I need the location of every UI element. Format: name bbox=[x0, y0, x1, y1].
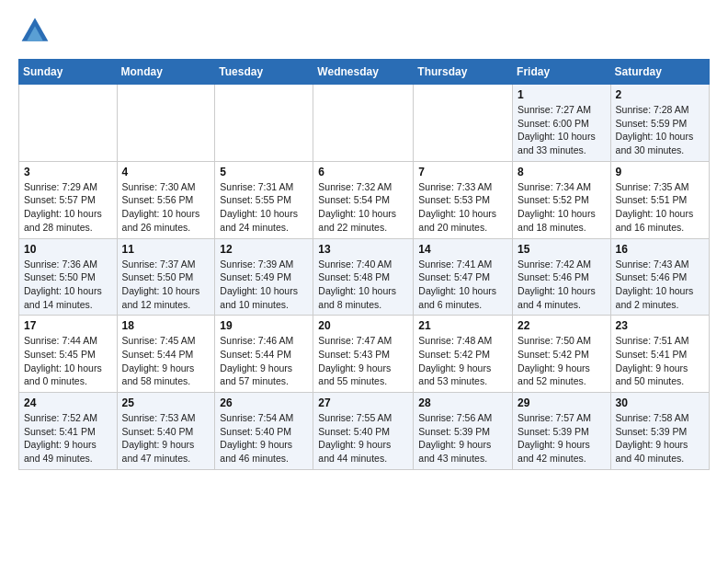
calendar-cell: 6Sunrise: 7:32 AMSunset: 5:54 PMDaylight… bbox=[313, 161, 414, 238]
day-number: 7 bbox=[418, 166, 507, 178]
day-info: Sunrise: 7:46 AMSunset: 5:44 PMDaylight:… bbox=[220, 334, 308, 388]
day-number: 5 bbox=[220, 166, 308, 178]
weekday-tuesday: Tuesday bbox=[215, 60, 313, 85]
calendar-cell bbox=[313, 85, 414, 162]
day-number: 11 bbox=[122, 243, 210, 256]
calendar-cell: 29Sunrise: 7:57 AMSunset: 5:39 PMDayligh… bbox=[513, 393, 611, 470]
calendar-cell bbox=[215, 85, 313, 162]
day-info: Sunrise: 7:40 AMSunset: 5:48 PMDaylight:… bbox=[318, 258, 408, 312]
calendar-cell: 28Sunrise: 7:56 AMSunset: 5:39 PMDayligh… bbox=[414, 393, 513, 470]
day-info: Sunrise: 7:39 AMSunset: 5:49 PMDaylight:… bbox=[220, 258, 308, 312]
calendar-cell: 8Sunrise: 7:34 AMSunset: 5:52 PMDaylight… bbox=[513, 161, 611, 238]
header bbox=[18, 15, 710, 48]
day-info: Sunrise: 7:32 AMSunset: 5:54 PMDaylight:… bbox=[318, 180, 408, 235]
day-info: Sunrise: 7:56 AMSunset: 5:39 PMDaylight:… bbox=[418, 411, 507, 465]
day-info: Sunrise: 7:35 AMSunset: 5:51 PMDaylight:… bbox=[616, 180, 704, 235]
logo-icon bbox=[18, 15, 51, 48]
weekday-monday: Monday bbox=[117, 60, 215, 85]
calendar-cell: 19Sunrise: 7:46 AMSunset: 5:44 PMDayligh… bbox=[215, 316, 313, 393]
day-number: 22 bbox=[518, 319, 606, 332]
day-info: Sunrise: 7:27 AMSunset: 6:00 PMDaylight:… bbox=[518, 103, 606, 157]
day-info: Sunrise: 7:52 AMSunset: 5:41 PMDaylight:… bbox=[24, 411, 112, 465]
weekday-thursday: Thursday bbox=[414, 60, 513, 85]
day-number: 29 bbox=[518, 396, 606, 409]
calendar-body: 1Sunrise: 7:27 AMSunset: 6:00 PMDaylight… bbox=[19, 85, 710, 470]
day-number: 15 bbox=[518, 243, 606, 256]
day-info: Sunrise: 7:44 AMSunset: 5:45 PMDaylight:… bbox=[24, 334, 112, 388]
day-number: 1 bbox=[518, 88, 606, 101]
calendar-cell: 9Sunrise: 7:35 AMSunset: 5:51 PMDaylight… bbox=[610, 161, 709, 238]
calendar-cell: 30Sunrise: 7:58 AMSunset: 5:39 PMDayligh… bbox=[610, 393, 709, 470]
week-row-3: 10Sunrise: 7:36 AMSunset: 5:50 PMDayligh… bbox=[19, 238, 710, 316]
calendar-cell: 11Sunrise: 7:37 AMSunset: 5:50 PMDayligh… bbox=[117, 238, 215, 316]
page: SundayMondayTuesdayWednesdayThursdayFrid… bbox=[0, 0, 728, 485]
day-number: 3 bbox=[24, 166, 112, 178]
day-info: Sunrise: 7:43 AMSunset: 5:46 PMDaylight:… bbox=[616, 258, 704, 312]
day-number: 13 bbox=[318, 243, 408, 256]
day-number: 28 bbox=[418, 396, 507, 409]
day-info: Sunrise: 7:53 AMSunset: 5:40 PMDaylight:… bbox=[122, 411, 210, 465]
day-number: 2 bbox=[616, 88, 704, 101]
day-number: 20 bbox=[318, 319, 408, 332]
week-row-1: 1Sunrise: 7:27 AMSunset: 6:00 PMDaylight… bbox=[19, 85, 710, 162]
day-number: 24 bbox=[24, 396, 112, 409]
day-info: Sunrise: 7:54 AMSunset: 5:40 PMDaylight:… bbox=[220, 411, 308, 465]
day-info: Sunrise: 7:28 AMSunset: 5:59 PMDaylight:… bbox=[616, 103, 704, 157]
day-number: 14 bbox=[418, 243, 507, 256]
calendar-cell: 25Sunrise: 7:53 AMSunset: 5:40 PMDayligh… bbox=[117, 393, 215, 470]
calendar-cell: 7Sunrise: 7:33 AMSunset: 5:53 PMDaylight… bbox=[414, 161, 513, 238]
weekday-saturday: Saturday bbox=[610, 60, 709, 85]
day-number: 21 bbox=[418, 319, 507, 332]
week-row-5: 24Sunrise: 7:52 AMSunset: 5:41 PMDayligh… bbox=[19, 393, 710, 470]
day-number: 16 bbox=[616, 243, 704, 256]
day-info: Sunrise: 7:31 AMSunset: 5:55 PMDaylight:… bbox=[220, 180, 308, 235]
day-info: Sunrise: 7:55 AMSunset: 5:40 PMDaylight:… bbox=[318, 411, 408, 465]
day-info: Sunrise: 7:51 AMSunset: 5:41 PMDaylight:… bbox=[616, 334, 704, 388]
calendar: SundayMondayTuesdayWednesdayThursdayFrid… bbox=[18, 59, 710, 470]
day-number: 23 bbox=[616, 319, 704, 332]
calendar-cell: 4Sunrise: 7:30 AMSunset: 5:56 PMDaylight… bbox=[117, 161, 215, 238]
calendar-cell: 27Sunrise: 7:55 AMSunset: 5:40 PMDayligh… bbox=[313, 393, 414, 470]
day-number: 12 bbox=[220, 243, 308, 256]
calendar-cell: 12Sunrise: 7:39 AMSunset: 5:49 PMDayligh… bbox=[215, 238, 313, 316]
calendar-cell: 13Sunrise: 7:40 AMSunset: 5:48 PMDayligh… bbox=[313, 238, 414, 316]
day-number: 8 bbox=[518, 166, 606, 178]
calendar-header: SundayMondayTuesdayWednesdayThursdayFrid… bbox=[19, 60, 710, 85]
calendar-cell: 21Sunrise: 7:48 AMSunset: 5:42 PMDayligh… bbox=[414, 316, 513, 393]
day-number: 6 bbox=[318, 166, 408, 178]
day-number: 9 bbox=[616, 166, 704, 178]
weekday-sunday: Sunday bbox=[19, 60, 118, 85]
day-info: Sunrise: 7:45 AMSunset: 5:44 PMDaylight:… bbox=[122, 334, 210, 388]
day-info: Sunrise: 7:57 AMSunset: 5:39 PMDaylight:… bbox=[518, 411, 606, 465]
calendar-cell bbox=[414, 85, 513, 162]
day-info: Sunrise: 7:30 AMSunset: 5:56 PMDaylight:… bbox=[122, 180, 210, 235]
day-number: 30 bbox=[616, 396, 704, 409]
day-info: Sunrise: 7:33 AMSunset: 5:53 PMDaylight:… bbox=[418, 180, 507, 235]
day-number: 18 bbox=[122, 319, 210, 332]
calendar-cell: 16Sunrise: 7:43 AMSunset: 5:46 PMDayligh… bbox=[610, 238, 709, 316]
day-info: Sunrise: 7:29 AMSunset: 5:57 PMDaylight:… bbox=[24, 180, 112, 235]
calendar-cell: 5Sunrise: 7:31 AMSunset: 5:55 PMDaylight… bbox=[215, 161, 313, 238]
calendar-cell: 14Sunrise: 7:41 AMSunset: 5:47 PMDayligh… bbox=[414, 238, 513, 316]
calendar-cell bbox=[19, 85, 118, 162]
calendar-cell: 23Sunrise: 7:51 AMSunset: 5:41 PMDayligh… bbox=[610, 316, 709, 393]
day-info: Sunrise: 7:36 AMSunset: 5:50 PMDaylight:… bbox=[24, 258, 112, 312]
week-row-4: 17Sunrise: 7:44 AMSunset: 5:45 PMDayligh… bbox=[19, 316, 710, 393]
day-number: 17 bbox=[24, 319, 112, 332]
weekday-header-row: SundayMondayTuesdayWednesdayThursdayFrid… bbox=[19, 60, 710, 85]
day-info: Sunrise: 7:48 AMSunset: 5:42 PMDaylight:… bbox=[418, 334, 507, 388]
calendar-cell: 18Sunrise: 7:45 AMSunset: 5:44 PMDayligh… bbox=[117, 316, 215, 393]
day-info: Sunrise: 7:34 AMSunset: 5:52 PMDaylight:… bbox=[518, 180, 606, 235]
day-number: 25 bbox=[122, 396, 210, 409]
day-number: 4 bbox=[122, 166, 210, 178]
calendar-cell: 17Sunrise: 7:44 AMSunset: 5:45 PMDayligh… bbox=[19, 316, 118, 393]
calendar-cell: 15Sunrise: 7:42 AMSunset: 5:46 PMDayligh… bbox=[513, 238, 611, 316]
calendar-cell: 2Sunrise: 7:28 AMSunset: 5:59 PMDaylight… bbox=[610, 85, 709, 162]
day-number: 19 bbox=[220, 319, 308, 332]
week-row-2: 3Sunrise: 7:29 AMSunset: 5:57 PMDaylight… bbox=[19, 161, 710, 238]
logo bbox=[18, 15, 57, 48]
day-info: Sunrise: 7:42 AMSunset: 5:46 PMDaylight:… bbox=[518, 258, 606, 312]
day-info: Sunrise: 7:41 AMSunset: 5:47 PMDaylight:… bbox=[418, 258, 507, 312]
day-info: Sunrise: 7:58 AMSunset: 5:39 PMDaylight:… bbox=[616, 411, 704, 465]
weekday-wednesday: Wednesday bbox=[313, 60, 414, 85]
